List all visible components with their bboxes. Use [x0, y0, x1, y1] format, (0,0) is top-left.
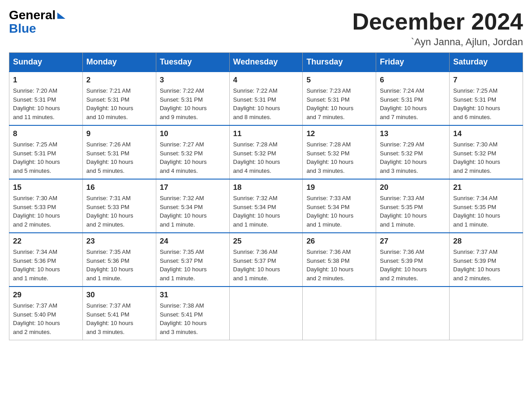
- page-header: General Blue December 2024 `Ayn Janna, A…: [9, 9, 523, 48]
- day-info: Sunrise: 7:28 AMSunset: 5:32 PMDaylight:…: [233, 140, 299, 175]
- calendar-cell: 4Sunrise: 7:22 AMSunset: 5:31 PMDaylight…: [229, 72, 303, 125]
- day-info: Sunrise: 7:38 AMSunset: 5:41 PMDaylight:…: [160, 301, 226, 336]
- day-info: Sunrise: 7:24 AMSunset: 5:31 PMDaylight:…: [380, 86, 446, 121]
- column-header-thursday: Thursday: [303, 53, 376, 72]
- week-row-1: 1Sunrise: 7:20 AMSunset: 5:31 PMDaylight…: [9, 72, 523, 125]
- day-number: 11: [233, 129, 299, 138]
- day-number: 31: [160, 291, 226, 300]
- day-number: 4: [233, 76, 299, 85]
- day-info: Sunrise: 7:22 AMSunset: 5:31 PMDaylight:…: [160, 86, 226, 121]
- day-info: Sunrise: 7:25 AMSunset: 5:31 PMDaylight:…: [13, 140, 79, 175]
- day-info: Sunrise: 7:37 AMSunset: 5:41 PMDaylight:…: [86, 301, 152, 336]
- calendar-cell: 14Sunrise: 7:30 AMSunset: 5:32 PMDayligh…: [450, 125, 523, 179]
- day-info: Sunrise: 7:35 AMSunset: 5:37 PMDaylight:…: [160, 248, 226, 283]
- day-info: Sunrise: 7:35 AMSunset: 5:36 PMDaylight:…: [86, 248, 152, 283]
- calendar-cell: 1Sunrise: 7:20 AMSunset: 5:31 PMDaylight…: [9, 72, 83, 125]
- calendar-cell: 15Sunrise: 7:30 AMSunset: 5:33 PMDayligh…: [9, 179, 83, 233]
- calendar-cell: 13Sunrise: 7:29 AMSunset: 5:32 PMDayligh…: [376, 125, 450, 179]
- week-row-3: 15Sunrise: 7:30 AMSunset: 5:33 PMDayligh…: [9, 179, 523, 233]
- day-info: Sunrise: 7:22 AMSunset: 5:31 PMDaylight:…: [233, 86, 299, 121]
- column-header-sunday: Sunday: [9, 53, 83, 72]
- day-number: 23: [86, 237, 152, 246]
- calendar-cell: 5Sunrise: 7:23 AMSunset: 5:31 PMDaylight…: [303, 72, 376, 125]
- calendar-cell: 16Sunrise: 7:31 AMSunset: 5:33 PMDayligh…: [82, 179, 156, 233]
- day-info: Sunrise: 7:34 AMSunset: 5:36 PMDaylight:…: [13, 248, 79, 283]
- calendar-cell: 18Sunrise: 7:32 AMSunset: 5:34 PMDayligh…: [229, 179, 303, 233]
- day-info: Sunrise: 7:36 AMSunset: 5:37 PMDaylight:…: [233, 248, 299, 283]
- location-title: `Ayn Janna, Ajlun, Jordan: [352, 36, 523, 48]
- day-info: Sunrise: 7:33 AMSunset: 5:35 PMDaylight:…: [380, 194, 446, 229]
- day-number: 16: [86, 183, 152, 192]
- day-number: 27: [380, 237, 446, 246]
- day-number: 9: [86, 129, 152, 138]
- day-number: 19: [306, 183, 372, 192]
- day-number: 2: [86, 76, 152, 85]
- month-title: December 2024: [352, 9, 523, 34]
- column-header-friday: Friday: [376, 53, 450, 72]
- day-info: Sunrise: 7:36 AMSunset: 5:38 PMDaylight:…: [306, 248, 372, 283]
- calendar-cell: 9Sunrise: 7:26 AMSunset: 5:31 PMDaylight…: [82, 125, 156, 179]
- calendar-cell: 30Sunrise: 7:37 AMSunset: 5:41 PMDayligh…: [82, 287, 156, 340]
- calendar-cell: 11Sunrise: 7:28 AMSunset: 5:32 PMDayligh…: [229, 125, 303, 179]
- day-info: Sunrise: 7:29 AMSunset: 5:32 PMDaylight:…: [380, 140, 446, 175]
- column-header-wednesday: Wednesday: [229, 53, 303, 72]
- day-number: 30: [86, 291, 152, 300]
- week-row-2: 8Sunrise: 7:25 AMSunset: 5:31 PMDaylight…: [9, 125, 523, 179]
- calendar-cell: 29Sunrise: 7:37 AMSunset: 5:40 PMDayligh…: [9, 287, 83, 340]
- calendar-cell: 23Sunrise: 7:35 AMSunset: 5:36 PMDayligh…: [82, 233, 156, 287]
- day-info: Sunrise: 7:37 AMSunset: 5:39 PMDaylight:…: [453, 248, 519, 283]
- day-info: Sunrise: 7:25 AMSunset: 5:31 PMDaylight:…: [453, 86, 519, 121]
- column-header-tuesday: Tuesday: [156, 53, 229, 72]
- column-header-monday: Monday: [82, 53, 156, 72]
- calendar-cell: 21Sunrise: 7:34 AMSunset: 5:35 PMDayligh…: [450, 179, 523, 233]
- calendar-cell: 27Sunrise: 7:36 AMSunset: 5:39 PMDayligh…: [376, 233, 450, 287]
- day-number: 12: [306, 129, 372, 138]
- title-section: December 2024 `Ayn Janna, Ajlun, Jordan: [352, 9, 523, 48]
- day-number: 14: [453, 129, 519, 138]
- calendar-cell: [229, 287, 303, 340]
- calendar-cell: 7Sunrise: 7:25 AMSunset: 5:31 PMDaylight…: [450, 72, 523, 125]
- day-number: 15: [13, 183, 79, 192]
- day-info: Sunrise: 7:37 AMSunset: 5:40 PMDaylight:…: [13, 301, 79, 336]
- day-number: 10: [160, 129, 226, 138]
- day-info: Sunrise: 7:23 AMSunset: 5:31 PMDaylight:…: [306, 86, 372, 121]
- day-info: Sunrise: 7:36 AMSunset: 5:39 PMDaylight:…: [380, 248, 446, 283]
- day-info: Sunrise: 7:28 AMSunset: 5:32 PMDaylight:…: [306, 140, 372, 175]
- logo-blue-text: Blue: [9, 21, 36, 36]
- day-number: 18: [233, 183, 299, 192]
- day-number: 29: [13, 291, 79, 300]
- calendar-cell: 10Sunrise: 7:27 AMSunset: 5:32 PMDayligh…: [156, 125, 229, 179]
- calendar-cell: [303, 287, 376, 340]
- day-info: Sunrise: 7:31 AMSunset: 5:33 PMDaylight:…: [86, 194, 152, 229]
- day-info: Sunrise: 7:20 AMSunset: 5:31 PMDaylight:…: [13, 86, 79, 121]
- calendar-cell: 24Sunrise: 7:35 AMSunset: 5:37 PMDayligh…: [156, 233, 229, 287]
- day-number: 17: [160, 183, 226, 192]
- calendar-cell: 8Sunrise: 7:25 AMSunset: 5:31 PMDaylight…: [9, 125, 83, 179]
- day-info: Sunrise: 7:32 AMSunset: 5:34 PMDaylight:…: [233, 194, 299, 229]
- day-info: Sunrise: 7:32 AMSunset: 5:34 PMDaylight:…: [160, 194, 226, 229]
- day-info: Sunrise: 7:34 AMSunset: 5:35 PMDaylight:…: [453, 194, 519, 229]
- day-info: Sunrise: 7:30 AMSunset: 5:32 PMDaylight:…: [453, 140, 519, 175]
- day-info: Sunrise: 7:30 AMSunset: 5:33 PMDaylight:…: [13, 194, 79, 229]
- calendar-cell: [376, 287, 450, 340]
- logo-general-text: General: [9, 9, 56, 21]
- day-number: 20: [380, 183, 446, 192]
- day-number: 5: [306, 76, 372, 85]
- calendar-cell: 12Sunrise: 7:28 AMSunset: 5:32 PMDayligh…: [303, 125, 376, 179]
- day-info: Sunrise: 7:21 AMSunset: 5:31 PMDaylight:…: [86, 86, 152, 121]
- day-info: Sunrise: 7:33 AMSunset: 5:34 PMDaylight:…: [306, 194, 372, 229]
- calendar-cell: 3Sunrise: 7:22 AMSunset: 5:31 PMDaylight…: [156, 72, 229, 125]
- day-info: Sunrise: 7:27 AMSunset: 5:32 PMDaylight:…: [160, 140, 226, 175]
- day-number: 22: [13, 237, 79, 246]
- calendar-cell: [450, 287, 523, 340]
- calendar-header-row: SundayMondayTuesdayWednesdayThursdayFrid…: [9, 53, 523, 72]
- day-number: 25: [233, 237, 299, 246]
- day-number: 26: [306, 237, 372, 246]
- column-header-saturday: Saturday: [450, 53, 523, 72]
- day-info: Sunrise: 7:26 AMSunset: 5:31 PMDaylight:…: [86, 140, 152, 175]
- calendar-cell: 2Sunrise: 7:21 AMSunset: 5:31 PMDaylight…: [82, 72, 156, 125]
- calendar-cell: 22Sunrise: 7:34 AMSunset: 5:36 PMDayligh…: [9, 233, 83, 287]
- day-number: 13: [380, 129, 446, 138]
- calendar-cell: 20Sunrise: 7:33 AMSunset: 5:35 PMDayligh…: [376, 179, 450, 233]
- calendar-cell: 31Sunrise: 7:38 AMSunset: 5:41 PMDayligh…: [156, 287, 229, 340]
